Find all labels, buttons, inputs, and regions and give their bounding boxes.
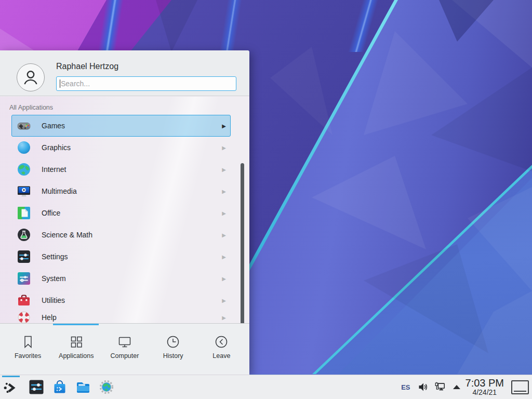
gamepad-icon: [17, 118, 31, 133]
tab-computer[interactable]: Computer: [100, 324, 149, 375]
leave-icon: [214, 335, 229, 349]
submenu-arrow-icon: ▶: [222, 315, 226, 321]
clock-date: 4/24/21: [472, 389, 497, 396]
sliders-color-icon: [17, 271, 31, 286]
toolbox-icon: [17, 293, 31, 308]
category-row-science-math[interactable]: Science & Math ▶: [11, 224, 231, 246]
category-label: Games: [42, 122, 65, 130]
category-label: Help: [42, 313, 57, 322]
sliders-dark-icon: [17, 249, 31, 264]
globe-icon: [17, 162, 31, 177]
tab-label: Applications: [59, 352, 94, 360]
keyboard-layout-indicator[interactable]: ES: [401, 383, 410, 391]
tab-history[interactable]: History: [149, 324, 197, 375]
scrollbar-thumb[interactable]: [241, 163, 244, 323]
bookmark-icon: [21, 335, 35, 349]
launcher-header: Raphael Hertzog Search...: [0, 50, 249, 96]
category-list: All Applications Games ▶: [0, 97, 249, 323]
sphere-icon: [17, 140, 31, 155]
submenu-arrow-icon: ▶: [222, 145, 226, 151]
volume-icon[interactable]: [418, 381, 429, 393]
application-launcher-panel: Raphael Hertzog Search... All Applicatio…: [0, 50, 249, 375]
category-label: Science & Math: [42, 231, 92, 239]
category-label: Settings: [42, 252, 68, 261]
konqueror-globe-icon[interactable]: [99, 379, 114, 395]
tab-label: Favorites: [15, 352, 41, 360]
category-row-office[interactable]: Office ▶: [11, 202, 231, 224]
desktop: Raphael Hertzog Search... All Applicatio…: [0, 0, 532, 399]
active-tab-indicator: [53, 324, 99, 325]
tab-leave[interactable]: Leave: [197, 324, 246, 375]
search-placeholder: Search...: [61, 79, 90, 88]
tab-favorites[interactable]: Favorites: [4, 324, 52, 375]
person-icon: [21, 68, 41, 87]
taskbar: ES 7:03 PM 4/24/21: [0, 375, 532, 399]
computer-icon: [117, 335, 132, 349]
application-launcher-button[interactable]: [0, 375, 21, 399]
tab-label: Computer: [111, 352, 139, 360]
launcher-tab-bar: Favorites Applications Computer: [0, 323, 249, 375]
system-tray: ES 7:03 PM 4/24/21: [401, 378, 532, 396]
tab-label: History: [163, 352, 183, 360]
kde-kickoff-icon: [3, 380, 18, 394]
submenu-arrow-icon: ▶: [222, 254, 226, 260]
category-label: Utilities: [42, 296, 65, 304]
category-label: Graphics: [42, 143, 71, 152]
wired-network-icon[interactable]: [434, 381, 446, 393]
active-task-indicator: [2, 376, 20, 377]
dolphin-folder-icon[interactable]: [75, 379, 91, 395]
user-avatar[interactable]: [17, 63, 45, 91]
category-row-help[interactable]: Help ▶: [11, 307, 231, 323]
clock-icon: [166, 335, 180, 349]
lifebuoy-icon: [17, 310, 31, 323]
category-row-games[interactable]: Games ▶: [11, 115, 231, 137]
tab-applications[interactable]: Applications: [52, 324, 100, 375]
submenu-arrow-icon: ▶: [222, 298, 226, 303]
category-label: Office: [42, 209, 60, 217]
search-input[interactable]: Search...: [56, 76, 236, 91]
show-desktop-button[interactable]: [511, 380, 529, 394]
flask-icon: [17, 228, 31, 242]
discover-icon[interactable]: [52, 379, 68, 395]
category-row-system[interactable]: System ▶: [11, 268, 231, 289]
category-label: Multimedia: [42, 187, 77, 195]
show-desktop-glyph: [514, 391, 526, 392]
text-caret: [60, 79, 60, 88]
digital-clock[interactable]: 7:03 PM 4/24/21: [466, 378, 504, 396]
submenu-arrow-icon: ▶: [222, 210, 226, 216]
category-row-graphics[interactable]: Graphics ▶: [11, 137, 231, 158]
system-settings-icon[interactable]: [29, 379, 44, 395]
submenu-arrow-icon: ▶: [222, 189, 226, 194]
submenu-arrow-icon: ▶: [222, 276, 226, 282]
submenu-arrow-icon: ▶: [222, 167, 226, 172]
document-icon: [17, 206, 31, 220]
monitor-play-icon: [17, 184, 31, 198]
submenu-arrow-icon: ▶: [222, 232, 226, 238]
category-label: Internet: [42, 165, 66, 174]
category-row-multimedia[interactable]: Multimedia ▶: [11, 180, 231, 202]
expand-tray-arrow[interactable]: [453, 385, 460, 389]
category-label: System: [42, 274, 66, 283]
grid-icon: [69, 335, 84, 349]
category-row-internet[interactable]: Internet ▶: [11, 158, 231, 180]
submenu-arrow-icon: ▶: [222, 123, 226, 129]
category-row-settings[interactable]: Settings ▶: [11, 246, 231, 268]
user-name: Raphael Hertzog: [56, 62, 118, 71]
section-label: All Applications: [9, 104, 249, 111]
clock-time: 7:03 PM: [466, 378, 504, 389]
tab-label: Leave: [212, 352, 230, 360]
